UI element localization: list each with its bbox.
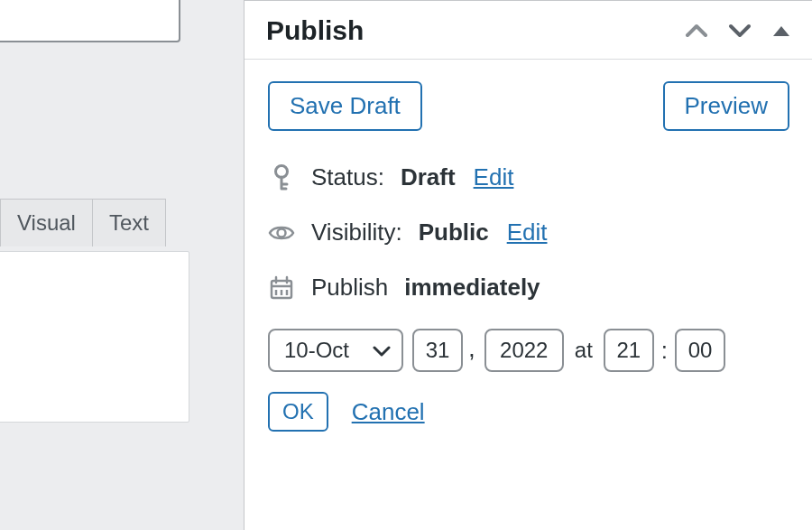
status-row: Status: Draft Edit bbox=[268, 163, 789, 191]
minute-input[interactable] bbox=[675, 329, 725, 372]
schedule-action-row: OK Cancel bbox=[268, 392, 789, 432]
time-colon: : bbox=[661, 337, 668, 365]
status-label: Status: bbox=[311, 163, 384, 191]
schedule-row: Publish immediately bbox=[268, 274, 789, 302]
visibility-edit-link[interactable]: Edit bbox=[507, 219, 548, 246]
editor-tabs: Visual Text bbox=[0, 199, 166, 246]
panel-header-controls bbox=[685, 23, 791, 39]
toggle-panel-icon[interactable] bbox=[771, 23, 791, 38]
key-icon bbox=[268, 164, 295, 191]
chevron-down-icon bbox=[373, 338, 391, 363]
day-input[interactable] bbox=[412, 329, 463, 372]
schedule-value: immediately bbox=[404, 274, 540, 302]
month-select[interactable]: 10-Oct bbox=[268, 329, 403, 372]
tab-text[interactable]: Text bbox=[92, 199, 166, 246]
at-text: at bbox=[575, 338, 593, 363]
move-up-icon[interactable] bbox=[685, 23, 708, 39]
year-input[interactable] bbox=[484, 329, 564, 372]
preview-button[interactable]: Preview bbox=[663, 81, 789, 131]
move-down-icon[interactable] bbox=[728, 23, 752, 39]
schedule-datetime-row: 10-Oct , at : bbox=[268, 329, 789, 372]
month-value: 10-Oct bbox=[284, 338, 349, 363]
publish-panel: Publish Save Draft Preview bbox=[244, 0, 812, 530]
editor-content-area[interactable] bbox=[0, 251, 189, 423]
schedule-label: Publish bbox=[311, 274, 388, 302]
publish-panel-header: Publish bbox=[245, 1, 812, 60]
cancel-link[interactable]: Cancel bbox=[352, 398, 425, 426]
calendar-icon bbox=[268, 275, 295, 301]
hour-input[interactable] bbox=[604, 329, 654, 372]
svg-rect-2 bbox=[272, 281, 291, 298]
ok-button[interactable]: OK bbox=[268, 392, 328, 432]
tab-visual[interactable]: Visual bbox=[0, 199, 92, 246]
visibility-label: Visibility: bbox=[311, 219, 402, 246]
publish-panel-body: Save Draft Preview Status: Draft Edit Vi bbox=[245, 60, 812, 432]
publish-actions-row: Save Draft Preview bbox=[268, 81, 789, 131]
svg-point-1 bbox=[278, 228, 286, 237]
panel-title: Publish bbox=[266, 15, 364, 46]
status-edit-link[interactable]: Edit bbox=[474, 163, 514, 191]
date-comma: , bbox=[468, 334, 475, 363]
editor-area: Visual Text bbox=[0, 0, 189, 530]
visibility-row: Visibility: Public Edit bbox=[268, 219, 789, 246]
post-title-input[interactable] bbox=[0, 0, 180, 42]
eye-icon bbox=[268, 224, 295, 242]
visibility-value: Public bbox=[419, 219, 489, 246]
status-value: Draft bbox=[401, 163, 456, 191]
save-draft-button[interactable]: Save Draft bbox=[268, 81, 422, 131]
